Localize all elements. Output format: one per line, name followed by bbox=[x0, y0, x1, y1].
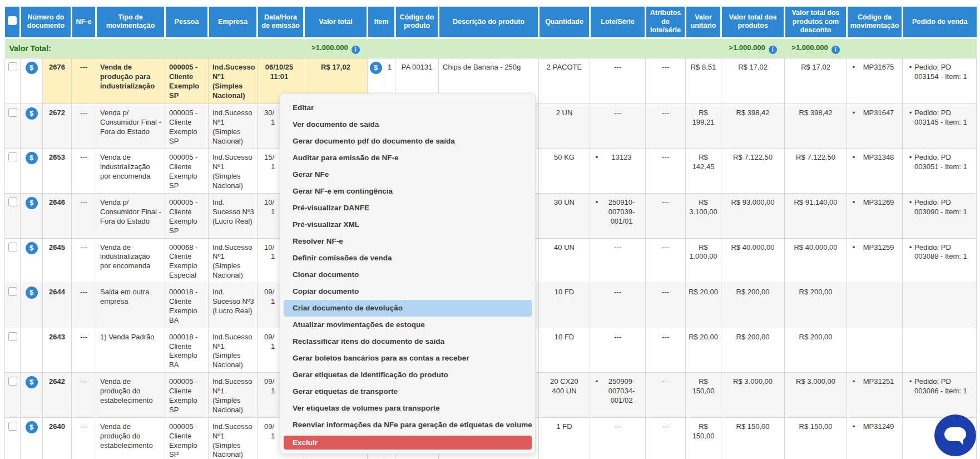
menu-item[interactable]: Reclassificar itens do documento de saíd… bbox=[284, 333, 532, 350]
header-item[interactable]: Item bbox=[368, 7, 395, 38]
menu-item[interactable]: Clonar documento bbox=[284, 266, 532, 283]
row-checkbox[interactable] bbox=[8, 332, 17, 341]
lot-attributes: --- bbox=[646, 238, 686, 283]
menu-item[interactable]: Ver documento de saída bbox=[284, 116, 532, 133]
header-lote-serie[interactable]: Lote/Série bbox=[590, 7, 646, 38]
lot-serial: --- bbox=[590, 417, 646, 459]
products-total: R$ 7.122,50 bbox=[721, 149, 785, 194]
select-all-checkbox[interactable] bbox=[8, 16, 17, 25]
info-icon[interactable]: i bbox=[352, 46, 360, 54]
header-valor-total-desconto[interactable]: Valor total dos produtos com desconto bbox=[785, 7, 847, 38]
row-checkbox[interactable] bbox=[8, 422, 17, 431]
menu-item[interactable]: Gerar NFe bbox=[284, 166, 532, 183]
row-checkbox[interactable] bbox=[8, 243, 17, 251]
products-total-discount: R$ 150,00 bbox=[785, 417, 847, 459]
movement-type: Venda de produção do estabelecimento bbox=[96, 417, 165, 459]
menu-item[interactable]: Resolver NF-e bbox=[284, 233, 532, 250]
header-descricao-produto[interactable]: Descrição do produto bbox=[439, 7, 539, 38]
row-checkbox[interactable] bbox=[8, 287, 17, 296]
menu-item[interactable]: Gerar etiquetas de transporte bbox=[284, 383, 532, 400]
menu-item[interactable]: Gerar boletos bancários para as contas a… bbox=[284, 350, 532, 367]
movement-type: Saida em outra empresa bbox=[96, 283, 165, 328]
header-codigo-movimentacao[interactable]: Código da movimentação bbox=[847, 7, 903, 38]
header-empresa[interactable]: Empresa bbox=[209, 7, 258, 38]
menu-item[interactable]: Auditar para emissão de NF-e bbox=[284, 150, 532, 166]
bullet-icon: • bbox=[907, 108, 914, 118]
header-data-hora[interactable]: Data/Hora de emissão bbox=[258, 7, 304, 38]
money-icon[interactable]: $ bbox=[370, 62, 382, 74]
header-codigo-produto[interactable]: Código do produto bbox=[395, 7, 439, 38]
money-icon[interactable]: $ bbox=[26, 242, 38, 254]
checkbox-cell bbox=[5, 103, 21, 149]
header-atributos-lote[interactable]: Atributos de lote/série bbox=[646, 7, 686, 38]
lot-attributes: --- bbox=[646, 103, 686, 149]
lot-attributes: --- bbox=[646, 149, 686, 194]
menu-item[interactable]: Criar documento de devolução bbox=[284, 300, 532, 317]
row-checkbox[interactable] bbox=[8, 152, 17, 161]
chat-button[interactable] bbox=[934, 414, 976, 456]
header-valor-unitario[interactable]: Valor unitário bbox=[686, 7, 721, 38]
unit-value: R$ 142,45 bbox=[686, 149, 721, 194]
movement-type: Venda p/ Consumidor Final - Fora do Esta… bbox=[96, 103, 165, 149]
doc-money-cell: $ bbox=[21, 149, 43, 194]
menu-item[interactable]: Copiar documento bbox=[284, 283, 532, 300]
menu-item[interactable]: Editar bbox=[284, 100, 532, 116]
header-numero-documento[interactable]: Número do documento bbox=[21, 7, 72, 38]
menu-item[interactable]: Gerar NF-e em contingência bbox=[284, 183, 532, 200]
menu-item[interactable]: Gerar etiquetas de identificação do prod… bbox=[284, 367, 532, 383]
row-checkbox[interactable] bbox=[8, 108, 17, 117]
bullet-icon: • bbox=[850, 377, 858, 387]
bullet-icon: • bbox=[850, 198, 858, 208]
nfe-value: --- bbox=[72, 194, 96, 239]
nfe-value: --- bbox=[72, 283, 96, 328]
movement-code bbox=[847, 328, 903, 373]
money-icon[interactable]: $ bbox=[26, 197, 38, 209]
money-icon[interactable]: $ bbox=[26, 287, 38, 299]
header-pedido-venda[interactable]: Pedido de venda bbox=[903, 7, 977, 38]
money-icon[interactable]: $ bbox=[26, 421, 38, 433]
products-total-discount: R$ 200,00 bbox=[785, 283, 847, 328]
lot-attributes: --- bbox=[646, 373, 686, 418]
document-number: 2672 bbox=[43, 103, 72, 149]
row-checkbox[interactable] bbox=[8, 198, 17, 206]
table-header-row: Número do documento NF-e Tipo de movimen… bbox=[5, 7, 977, 38]
header-valor-total[interactable]: Valor total bbox=[304, 7, 368, 38]
row-checkbox[interactable] bbox=[8, 62, 17, 71]
company: Ind.Sucesso Nº1 (Simples Nacional) bbox=[209, 103, 258, 149]
money-icon[interactable]: $ bbox=[26, 376, 38, 388]
money-icon[interactable]: $ bbox=[26, 152, 38, 164]
info-icon[interactable]: i bbox=[831, 46, 840, 54]
money-icon[interactable]: $ bbox=[26, 107, 38, 120]
products-total-discount: R$ 7.122,50 bbox=[785, 149, 847, 194]
menu-item[interactable]: Ver etiquetas de volumes para transporte bbox=[284, 400, 532, 417]
header-nfe[interactable]: NF-e bbox=[72, 7, 96, 38]
menu-item[interactable]: Pré-visualizar DANFE bbox=[284, 200, 532, 216]
header-pessoa[interactable]: Pessoa bbox=[165, 7, 209, 38]
bullet-icon: • bbox=[850, 63, 858, 72]
products-total: R$ 3.000,00 bbox=[721, 373, 785, 418]
person: 000005 - Cliente Exemplo SP bbox=[165, 373, 209, 418]
menu-item[interactable]: Excluir bbox=[284, 436, 532, 450]
movement-code: •MP31259 bbox=[847, 238, 903, 283]
menu-item[interactable]: Atualizar movimentações de estoque bbox=[284, 317, 532, 333]
info-icon[interactable]: i bbox=[769, 46, 777, 54]
menu-item[interactable]: Gerar documento pdf do documento de saíd… bbox=[284, 133, 532, 150]
sales-order bbox=[903, 283, 977, 328]
checkbox-cell bbox=[5, 194, 21, 239]
bullet-icon: • bbox=[593, 198, 601, 208]
row-checkbox[interactable] bbox=[8, 377, 17, 386]
products-total-discount: R$ 40.000,00 bbox=[785, 238, 847, 283]
header-valor-total-produtos[interactable]: Valor total dos produtos bbox=[721, 7, 785, 38]
document-number: 2644 bbox=[43, 283, 72, 328]
header-tipo-movimentacao[interactable]: Tipo de movimentação bbox=[96, 7, 165, 38]
person: 000018 - Cliente Exemplo BA bbox=[165, 283, 209, 328]
header-quantidade[interactable]: Quantidade bbox=[539, 7, 590, 38]
menu-item[interactable]: Pré-visualizar XML bbox=[284, 216, 532, 233]
menu-item[interactable]: Reenviar informações da NFe para geração… bbox=[284, 417, 532, 433]
money-icon[interactable]: $ bbox=[26, 62, 38, 74]
menu-item[interactable]: Definir comissões de venda bbox=[284, 250, 532, 266]
lot-attributes: --- bbox=[646, 417, 686, 459]
movement-code: •MP31348 bbox=[847, 149, 903, 194]
unit-value: R$ 1.000,00 bbox=[686, 238, 721, 283]
total-valor-cell: >1.000.000i bbox=[304, 38, 368, 58]
